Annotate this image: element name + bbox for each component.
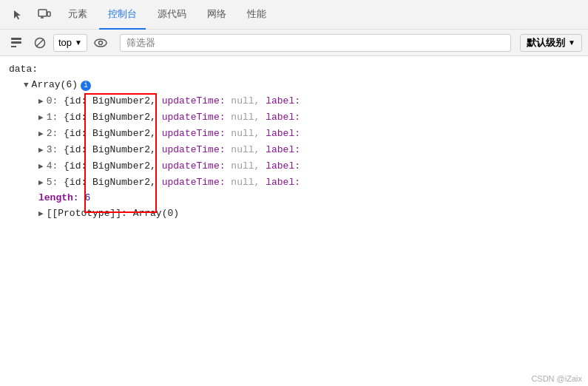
array-header[interactable]: ▼ Array(6) i	[24, 78, 579, 93]
level-dropdown-arrow: ▼	[568, 38, 575, 47]
table-row[interactable]: ▶ 1: {id: BigNumber2, updateTime: null, …	[38, 109, 579, 126]
tab-sources[interactable]: 源代码	[149, 0, 195, 30]
svg-rect-0	[38, 10, 47, 16]
watermark: CSDN @iZaix	[531, 374, 582, 383]
top-nav: 元素 控制台 源代码 网络 性能	[0, 0, 588, 30]
tab-performance[interactable]: 性能	[238, 0, 275, 30]
dropdown-arrow-icon: ▼	[75, 38, 82, 47]
table-row[interactable]: ▶ 0: {id: BigNumber2, updateTime: null, …	[38, 93, 579, 109]
table-row[interactable]: ▶ 4: {id: BigNumber2, updateTime: null, …	[38, 158, 579, 175]
table-row[interactable]: ▶ 3: {id: BigNumber2, updateTime: null, …	[38, 142, 579, 158]
tab-elements[interactable]: 元素	[59, 0, 96, 30]
svg-rect-5	[11, 41, 21, 44]
row-expand-5[interactable]: ▶	[38, 176, 44, 190]
toolbar: top ▼ 默认级别 ▼	[0, 30, 588, 56]
prototype-expand[interactable]: ▶	[38, 208, 44, 221]
array-rows: ▶ 0: {id: BigNumber2, updateTime: null, …	[9, 93, 579, 192]
table-row[interactable]: ▶ 2: {id: BigNumber2, updateTime: null, …	[38, 126, 579, 142]
row-expand-0[interactable]: ▶	[38, 95, 44, 109]
cursor-icon[interactable]	[6, 3, 30, 27]
eye-icon[interactable]	[90, 33, 111, 53]
context-dropdown[interactable]: top ▼	[53, 34, 87, 52]
clear-console-icon[interactable]	[6, 33, 27, 53]
svg-line-8	[36, 39, 44, 47]
row-expand-4[interactable]: ▶	[38, 160, 44, 174]
root-data-line: data:	[9, 62, 579, 78]
device-icon[interactable]	[33, 3, 56, 27]
row-expand-2[interactable]: ▶	[38, 127, 44, 141]
svg-rect-4	[11, 38, 21, 40]
row-expand-1[interactable]: ▶	[38, 111, 44, 125]
table-row[interactable]: ▶ 5: {id: BigNumber2, updateTime: null, …	[38, 175, 579, 191]
info-badge[interactable]: i	[81, 81, 91, 91]
tab-network[interactable]: 网络	[198, 0, 235, 30]
tab-console[interactable]: 控制台	[99, 0, 146, 30]
console-panel: data: ▼ Array(6) i ▶ 0: {id: BigNumber2,…	[0, 56, 588, 386]
block-icon[interactable]	[30, 33, 50, 53]
log-level-dropdown[interactable]: 默认级别 ▼	[520, 34, 582, 52]
svg-rect-1	[47, 12, 50, 16]
row-expand-3[interactable]: ▶	[38, 143, 44, 158]
expand-arrow[interactable]: ▼	[24, 79, 29, 92]
svg-point-10	[98, 41, 102, 44]
filter-input[interactable]	[120, 34, 511, 52]
length-line: length: 6	[38, 191, 579, 206]
prototype-line[interactable]: ▶ [[Prototype]]: Array(0)	[38, 206, 579, 222]
svg-point-9	[95, 39, 107, 47]
